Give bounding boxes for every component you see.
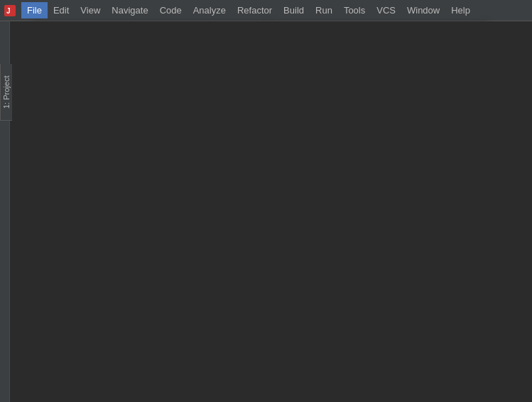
main-content: [21, 21, 532, 402]
app-logo: J: [3, 4, 17, 18]
menu-view[interactable]: View: [75, 2, 106, 18]
menu-refactor[interactable]: Refactor: [232, 2, 278, 18]
menu-edit[interactable]: Edit: [48, 2, 75, 18]
menu-navigate[interactable]: Navigate: [106, 2, 153, 18]
menu-window[interactable]: Window: [401, 2, 445, 18]
menu-run[interactable]: Run: [310, 2, 338, 18]
menu-file[interactable]: File: [21, 2, 48, 18]
menu-help[interactable]: Help: [445, 2, 476, 18]
menu-vcs[interactable]: VCS: [371, 2, 401, 18]
menu-build[interactable]: Build: [278, 2, 310, 18]
menu-tools[interactable]: Tools: [338, 2, 371, 18]
menu-analyze[interactable]: Analyze: [188, 2, 232, 18]
menu-code[interactable]: Code: [154, 2, 188, 18]
svg-text:J: J: [6, 7, 11, 15]
project-tab[interactable]: 1: Project: [0, 64, 12, 121]
menubar: J File Edit View Navigate Code Analyze R…: [0, 0, 532, 21]
